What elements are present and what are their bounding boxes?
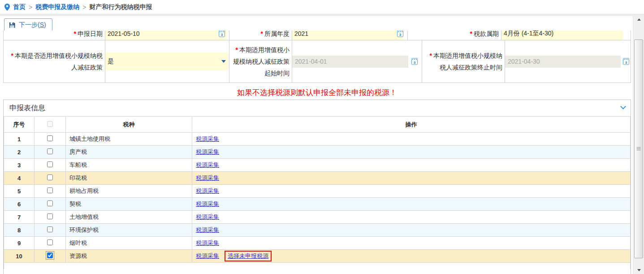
vat-policy-label: *本期是否适用增值税小规模纳税人减征政策 bbox=[4, 40, 105, 83]
breadcrumb-home-link[interactable]: 首页 bbox=[13, 3, 26, 11]
table-row: 6 契税 税源采集 bbox=[4, 198, 631, 211]
row-checkbox[interactable] bbox=[47, 187, 53, 193]
tax-type-name: 耕地占用税 bbox=[66, 185, 192, 198]
collect-tax-source-link[interactable]: 税源采集 bbox=[196, 226, 219, 233]
section-title: 申报表信息 bbox=[9, 104, 45, 113]
table-row: 5 耕地占用税 税源采集 bbox=[4, 185, 631, 198]
year-label: *所属年度 bbox=[229, 30, 292, 40]
tax-type-name: 车船税 bbox=[66, 159, 192, 172]
declaration-table-section: 申报表信息 序号 税种 操作 1 城镇土地使用税 税源采集 bbox=[3, 100, 631, 274]
row-checkbox[interactable] bbox=[47, 213, 53, 219]
form-row-dates: *申报日期 2021-05-10 3 *所属年度 2021 3 *税款属期 4月… bbox=[4, 30, 631, 40]
breadcrumb-separator: > bbox=[29, 4, 32, 11]
vat-end-date-input: 2021-04-30 bbox=[505, 56, 621, 68]
next-step-button[interactable]: 下一步(S) bbox=[4, 18, 52, 31]
breadcrumb-current-page: 财产和行为税纳税申报 bbox=[89, 3, 152, 11]
vat-policy-select[interactable]: 是 bbox=[105, 52, 228, 70]
collect-tax-source-link[interactable]: 税源采集 bbox=[196, 161, 219, 168]
tax-type-name: 房产税 bbox=[66, 146, 192, 159]
tax-type-name: 资源税 bbox=[66, 250, 192, 263]
form-row-vat-policy: *本期是否适用增值税小规模纳税人减征政策 是 *本期适用增值税小规模纳税人减征政… bbox=[4, 40, 631, 83]
scrollbar-thumb[interactable] bbox=[634, 39, 643, 258]
tax-type-name: 契税 bbox=[66, 198, 192, 211]
table-row: 2 房产税 税源采集 bbox=[4, 146, 631, 159]
scrollbar-down-arrow[interactable] bbox=[633, 266, 644, 274]
vat-policy-field: 是 bbox=[105, 40, 229, 83]
column-header-operation: 操作 bbox=[192, 117, 631, 133]
row-checkbox[interactable] bbox=[47, 252, 53, 258]
table-row: 9 烟叶税 税源采集 bbox=[4, 237, 631, 250]
warning-message: 如果不选择税源则默认申报全部未申报的税源！ bbox=[3, 87, 631, 98]
row-checkbox[interactable] bbox=[47, 148, 53, 154]
location-pin-icon bbox=[4, 4, 10, 11]
row-checkbox[interactable] bbox=[47, 239, 53, 245]
table-header-row: 序号 税种 操作 bbox=[4, 117, 631, 133]
triangle-down-icon bbox=[637, 269, 641, 271]
table-row: 1 城镇土地使用税 税源采集 bbox=[4, 133, 631, 146]
vat-end-field: 2021-04-30 3 bbox=[505, 40, 631, 83]
section-header: 申报表信息 bbox=[4, 100, 631, 116]
collapse-chevron-icon[interactable] bbox=[620, 104, 626, 109]
period-field: 4月份 (4-1至4-30) bbox=[501, 30, 631, 40]
table-row-partial bbox=[4, 263, 631, 269]
column-header-checkbox bbox=[35, 117, 66, 133]
next-step-button-label: 下一步(S) bbox=[19, 21, 46, 29]
table-row: 4 印花税 税源采集 bbox=[4, 172, 631, 185]
collect-tax-source-link[interactable]: 税源采集 bbox=[196, 239, 219, 246]
table-row: 3 车船税 税源采集 bbox=[4, 159, 631, 172]
tax-type-name: 土地增值税 bbox=[66, 211, 192, 224]
vat-start-date-input: 2021-04-01 bbox=[292, 56, 408, 68]
table-row: 8 环境保护税 税源采集 bbox=[4, 224, 631, 237]
collect-tax-source-link[interactable]: 税源采集 bbox=[196, 174, 219, 181]
calendar-icon[interactable]: 3 bbox=[411, 58, 418, 65]
scrollbar-up-arrow[interactable] bbox=[633, 16, 644, 23]
year-field: 2021 3 bbox=[292, 30, 407, 40]
vat-start-field: 2021-04-01 3 bbox=[292, 40, 422, 83]
row-checkbox[interactable] bbox=[47, 200, 53, 206]
scrollbar-grip-icon bbox=[637, 147, 641, 151]
collect-tax-source-link[interactable]: 税源采集 bbox=[196, 213, 219, 220]
row-checkbox[interactable] bbox=[47, 226, 53, 232]
triangle-up-icon bbox=[637, 18, 641, 21]
table-row: 7 土地增值税 税源采集 bbox=[4, 211, 631, 224]
row-checkbox[interactable] bbox=[47, 174, 53, 180]
collect-tax-source-link[interactable]: 税源采集 bbox=[196, 187, 219, 194]
save-icon bbox=[9, 22, 16, 29]
year-input[interactable]: 2021 bbox=[292, 30, 403, 40]
tax-type-table: 序号 税种 操作 1 城镇土地使用税 税源采集 2 房产税 税源采集 bbox=[4, 116, 631, 269]
main-content: 下一步(S) *申报日期 2021-05-10 3 *所属年度 2021 3 *… bbox=[3, 16, 631, 274]
table-row: 10 资源税 税源采集选择未申报税源 bbox=[4, 250, 631, 263]
chevron-down-icon bbox=[221, 60, 226, 63]
collect-tax-source-link[interactable]: 税源采集 bbox=[196, 148, 219, 155]
collect-tax-source-link[interactable]: 税源采集 bbox=[196, 252, 219, 259]
tax-type-name: 印花税 bbox=[66, 172, 192, 185]
declaration-header-form: *申报日期 2021-05-10 3 *所属年度 2021 3 *税款属期 4月… bbox=[3, 30, 631, 83]
report-date-input[interactable]: 2021-05-10 bbox=[105, 30, 226, 40]
column-header-tax-type: 税种 bbox=[66, 117, 192, 133]
collect-tax-source-link[interactable]: 税源采集 bbox=[196, 135, 219, 142]
period-label: *税款属期 bbox=[407, 30, 501, 40]
breadcrumb-tax-filing-link[interactable]: 税费申报及缴纳 bbox=[35, 3, 79, 11]
tax-type-name: 烟叶税 bbox=[66, 237, 192, 250]
row-checkbox[interactable] bbox=[47, 135, 53, 141]
row-checkbox[interactable] bbox=[47, 161, 53, 167]
collect-tax-source-link[interactable]: 税源采集 bbox=[196, 200, 219, 207]
vat-end-label: *本期适用增值税小规模纳税人减征政策终止时间 bbox=[422, 40, 505, 83]
breadcrumb-separator: > bbox=[82, 4, 86, 11]
tax-type-name: 城镇土地使用税 bbox=[66, 133, 192, 146]
calendar-icon[interactable]: 3 bbox=[397, 30, 403, 37]
column-header-index: 序号 bbox=[4, 117, 35, 133]
report-date-label: *申报日期 bbox=[4, 30, 105, 40]
calendar-icon[interactable]: 3 bbox=[219, 30, 225, 37]
highlight-red-box: 选择未申报税源 bbox=[225, 251, 272, 261]
tax-type-name: 环境保护税 bbox=[66, 224, 192, 237]
select-unreported-tax-source-link[interactable]: 选择未申报税源 bbox=[228, 252, 268, 259]
vertical-scrollbar[interactable] bbox=[633, 16, 644, 274]
report-date-field: 2021-05-10 3 bbox=[105, 30, 229, 40]
breadcrumb: 首页 > 税费申报及缴纳 > 财产和行为税纳税申报 bbox=[0, 0, 644, 14]
vat-start-label: *本期适用增值税小规模纳税人减征政策起始时间 bbox=[229, 40, 292, 83]
period-input[interactable]: 4月份 (4-1至4-30) bbox=[501, 30, 623, 40]
select-all-checkbox[interactable] bbox=[47, 121, 53, 127]
calendar-icon[interactable]: 3 bbox=[623, 58, 629, 65]
